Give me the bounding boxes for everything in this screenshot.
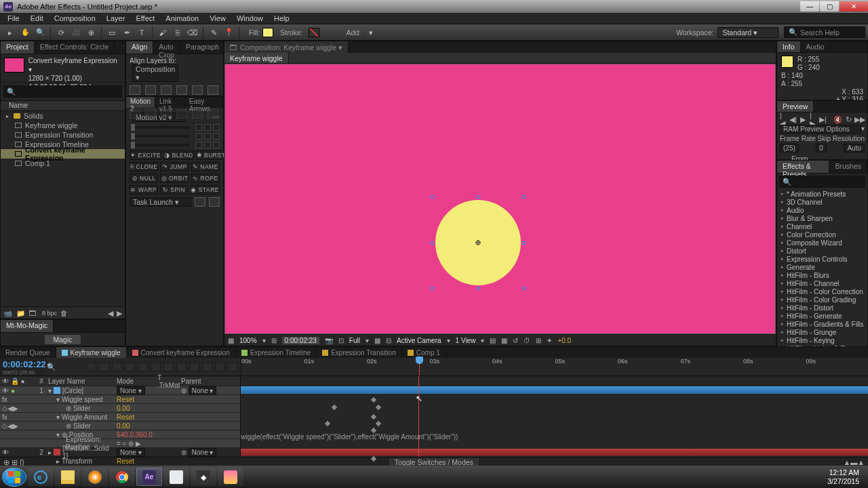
tab-audio[interactable]: Audio bbox=[801, 41, 831, 52]
effect-category[interactable]: Distort bbox=[777, 247, 867, 255]
search-icon[interactable]: 🔍 bbox=[47, 363, 56, 371]
name-button[interactable]: ✎ NAME bbox=[191, 162, 220, 171]
stare-button[interactable]: ◉ STARE bbox=[190, 185, 220, 195]
timeline-icon[interactable]: ⏱ bbox=[524, 337, 530, 344]
tab-preview[interactable]: Preview bbox=[777, 101, 814, 112]
panbehind-tool-icon[interactable]: ⊕ bbox=[85, 27, 96, 38]
tab-autocrop[interactable]: Auto Crop bbox=[153, 41, 180, 54]
taskbar-app[interactable] bbox=[163, 468, 189, 486]
align-right-icon[interactable] bbox=[161, 85, 172, 95]
playhead-line[interactable] bbox=[418, 376, 419, 457]
effect-category[interactable]: HitFilm - Blurs bbox=[777, 271, 867, 279]
layer-bar-solid[interactable] bbox=[241, 449, 868, 456]
effect-category[interactable]: HitFilm - Color Correction bbox=[777, 287, 867, 296]
effect-category[interactable]: HitFilm - Keying bbox=[777, 336, 867, 344]
workspace-select[interactable]: Standard ▾ bbox=[717, 27, 778, 38]
newcomp-icon[interactable]: 🗔 bbox=[29, 309, 39, 317]
first-frame-icon[interactable]: |◀ bbox=[780, 115, 786, 123]
spin-button[interactable]: ↻ SPIN bbox=[160, 185, 189, 195]
orbit-button[interactable]: ◎ ORBIT bbox=[160, 174, 189, 183]
timeline-tab[interactable]: Expression Transition bbox=[317, 347, 402, 358]
effect-category[interactable]: HitFilm - Generate bbox=[777, 312, 867, 320]
effect-category[interactable]: HitFilm - Distort bbox=[777, 304, 867, 312]
mute-icon[interactable]: 🔇 bbox=[833, 115, 842, 123]
effect-category[interactable]: Color Correction bbox=[777, 230, 867, 239]
tab-info[interactable]: Info bbox=[777, 41, 801, 52]
selection-tool-icon[interactable]: ▸ bbox=[5, 27, 16, 38]
help-search[interactable]: 🔍Search Help bbox=[784, 26, 865, 38]
tab-effects[interactable]: Effects & Presets bbox=[777, 161, 829, 173]
region-icon[interactable]: ⊡ bbox=[338, 337, 344, 344]
tab-motion2[interactable]: Motion 2 bbox=[126, 97, 155, 108]
tab-link[interactable]: Link v1.5 bbox=[155, 97, 185, 108]
tasklaunch-select[interactable]: Task Launch ▾ bbox=[130, 197, 191, 207]
close-button[interactable]: ✕ bbox=[840, 1, 868, 12]
taskbar-app2[interactable]: ◆ bbox=[191, 468, 216, 486]
comp-tab[interactable]: 🗔Composition: Keyframe wiggle ▾ bbox=[224, 41, 349, 53]
align-target-select[interactable]: Composition ▾ bbox=[132, 64, 178, 82]
next-frame-icon[interactable]: |▶ bbox=[810, 115, 816, 123]
effect-category[interactable]: Audio bbox=[777, 206, 867, 214]
roto-tool-icon[interactable]: ✎ bbox=[208, 27, 219, 38]
resolution-select[interactable]: Full bbox=[349, 337, 360, 344]
grid-icon[interactable]: ▦ bbox=[228, 337, 234, 344]
expression-text[interactable]: wiggle(effect("Wiggle speed")("Slider"),… bbox=[241, 433, 458, 441]
tab-align[interactable]: Align bbox=[126, 41, 153, 54]
clone-tool-icon[interactable]: ⎘ bbox=[172, 27, 183, 38]
effect-category[interactable]: Generate bbox=[777, 263, 867, 271]
channel-icon[interactable]: ▦ bbox=[501, 337, 507, 344]
fill-swatch[interactable] bbox=[262, 28, 273, 37]
toggle-switches[interactable]: Toggle Switches / Modes bbox=[389, 458, 479, 466]
project-item[interactable]: Keyframe wiggle bbox=[1, 121, 125, 130]
timeline-tab[interactable]: Keyframe wiggle bbox=[56, 347, 127, 358]
menu-file[interactable]: File bbox=[2, 13, 25, 24]
align-vcenter-icon[interactable] bbox=[192, 85, 203, 95]
menu-help[interactable]: Help bbox=[269, 13, 295, 24]
taskbar-app3[interactable] bbox=[218, 468, 243, 486]
timecode-display[interactable]: 0:00:02:23 bbox=[282, 337, 319, 344]
magic-button[interactable]: Magic bbox=[44, 334, 81, 345]
stroke-swatch[interactable] bbox=[309, 28, 319, 37]
guides-icon[interactable]: ▦ bbox=[374, 337, 380, 344]
menu-effect[interactable]: Effect bbox=[130, 13, 160, 24]
taskbar-explorer[interactable] bbox=[55, 468, 81, 486]
hand-tool-icon[interactable]: ✋ bbox=[20, 27, 31, 38]
effect-category[interactable]: Expression Controls bbox=[777, 255, 867, 263]
taskbar-chrome[interactable] bbox=[109, 468, 135, 486]
motion-slider[interactable] bbox=[130, 126, 190, 129]
timeline-tab[interactable]: Comp 1 bbox=[402, 347, 446, 358]
text-tool-icon[interactable]: T bbox=[136, 27, 147, 38]
taskbar-wmp[interactable] bbox=[82, 468, 108, 486]
effect-category[interactable]: Composite Wizard bbox=[777, 239, 867, 247]
excite-button[interactable]: ✦ EXCITE bbox=[130, 150, 161, 160]
menu-window[interactable]: Window bbox=[231, 13, 269, 24]
current-time[interactable]: 0:00:02:22 bbox=[3, 359, 41, 369]
tl-opt-icon[interactable] bbox=[86, 363, 96, 371]
effect-category[interactable]: HitFilm - Color Grading bbox=[777, 296, 867, 304]
project-col-name[interactable]: Name bbox=[1, 100, 125, 111]
add-dropdown-icon[interactable]: ▾ bbox=[366, 27, 376, 38]
maximize-button[interactable]: ▢ bbox=[820, 1, 839, 12]
start-button[interactable] bbox=[2, 468, 26, 487]
tab-paragraph[interactable]: Paragraph bbox=[180, 41, 225, 54]
brush-tool-icon[interactable]: 🖌 bbox=[157, 27, 168, 38]
effects-search[interactable]: 🔍 bbox=[779, 176, 865, 188]
project-item-selected[interactable]: Convert keyframe Expression bbox=[1, 149, 125, 159]
ram-options[interactable]: RAM Preview Options bbox=[780, 125, 861, 134]
clone-button[interactable]: ⎘ CLONE bbox=[130, 162, 158, 171]
project-item-solids[interactable]: Solids bbox=[1, 111, 125, 121]
alpha-icon[interactable]: ▤ bbox=[490, 337, 496, 344]
effect-category[interactable]: * Animation Presets bbox=[777, 190, 867, 198]
rotation-tool-icon[interactable]: ⟳ bbox=[56, 27, 66, 38]
taskbar-ie[interactable]: e bbox=[28, 468, 54, 486]
align-bottom-icon[interactable] bbox=[208, 85, 218, 95]
playhead[interactable] bbox=[419, 358, 420, 375]
snapshot-icon[interactable]: 📷 bbox=[325, 337, 333, 344]
zoom-select[interactable]: 100% bbox=[239, 337, 257, 344]
view-select[interactable]: 1 View bbox=[456, 337, 476, 344]
shape-tool-icon[interactable]: ▭ bbox=[106, 27, 117, 38]
effect-category[interactable]: Channel bbox=[777, 222, 867, 230]
effect-category[interactable]: 3D Channel bbox=[777, 198, 867, 206]
ram-icon[interactable]: ▶▶ bbox=[855, 115, 865, 123]
align-top-icon[interactable] bbox=[176, 85, 187, 95]
